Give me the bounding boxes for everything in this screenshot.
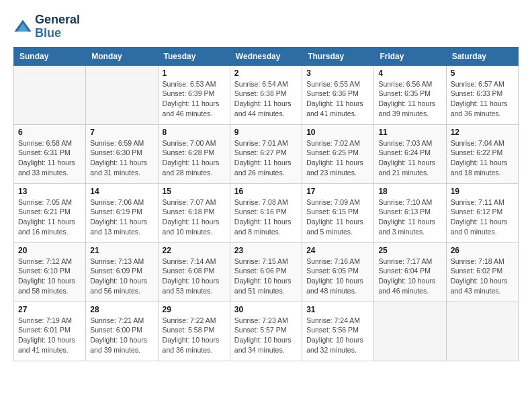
col-header-saturday: Saturday [446, 47, 518, 65]
day-number: 30 [234, 305, 298, 314]
week-row-1: 1Sunrise: 6:53 AMSunset: 6:39 PMDaylight… [14, 65, 519, 124]
day-cell: 8Sunrise: 7:00 AMSunset: 6:28 PMDaylight… [158, 124, 230, 183]
day-number: 10 [306, 128, 369, 137]
day-info: Sunrise: 6:59 AMSunset: 6:30 PMDaylight:… [90, 138, 153, 178]
day-info: Sunrise: 7:11 AMSunset: 6:12 PMDaylight:… [451, 197, 514, 237]
day-info: Sunrise: 6:57 AMSunset: 6:33 PMDaylight:… [451, 79, 514, 119]
col-header-friday: Friday [374, 47, 446, 65]
col-header-sunday: Sunday [14, 47, 86, 65]
day-info: Sunrise: 7:08 AMSunset: 6:16 PMDaylight:… [234, 197, 298, 237]
day-info: Sunrise: 7:07 AMSunset: 6:18 PMDaylight:… [163, 197, 226, 237]
day-number: 19 [451, 187, 514, 196]
day-info: Sunrise: 7:09 AMSunset: 6:15 PMDaylight:… [306, 197, 369, 237]
day-cell [14, 65, 86, 124]
day-info: Sunrise: 7:02 AMSunset: 6:25 PMDaylight:… [306, 138, 369, 178]
day-info: Sunrise: 6:55 AMSunset: 6:36 PMDaylight:… [306, 79, 369, 119]
day-cell: 27Sunrise: 7:19 AMSunset: 6:01 PMDayligh… [14, 302, 86, 361]
day-cell [86, 65, 158, 124]
day-info: Sunrise: 7:23 AMSunset: 5:57 PMDaylight:… [234, 316, 298, 355]
header-row: SundayMondayTuesdayWednesdayThursdayFrid… [14, 47, 519, 65]
week-row-4: 20Sunrise: 7:12 AMSunset: 6:10 PMDayligh… [14, 242, 519, 302]
day-cell [374, 302, 446, 361]
day-number: 5 [451, 68, 514, 78]
day-info: Sunrise: 7:03 AMSunset: 6:24 PMDaylight:… [378, 138, 441, 178]
day-number: 16 [234, 187, 298, 196]
day-number: 9 [234, 128, 298, 137]
day-number: 27 [18, 305, 81, 314]
day-number: 7 [90, 128, 153, 137]
day-info: Sunrise: 7:01 AMSunset: 6:27 PMDaylight:… [234, 138, 298, 178]
day-cell: 7Sunrise: 6:59 AMSunset: 6:30 PMDaylight… [86, 124, 158, 183]
day-info: Sunrise: 7:22 AMSunset: 5:58 PMDaylight:… [163, 316, 226, 355]
day-info: Sunrise: 7:00 AMSunset: 6:28 PMDaylight:… [163, 138, 226, 178]
day-cell: 4Sunrise: 6:56 AMSunset: 6:35 PMDaylight… [374, 65, 446, 124]
day-info: Sunrise: 7:17 AMSunset: 6:04 PMDaylight:… [378, 257, 441, 296]
day-info: Sunrise: 7:10 AMSunset: 6:13 PMDaylight:… [378, 197, 441, 237]
day-info: Sunrise: 7:16 AMSunset: 6:05 PMDaylight:… [306, 257, 369, 296]
day-cell: 24Sunrise: 7:16 AMSunset: 6:05 PMDayligh… [302, 242, 374, 302]
logo: General Blue [13, 13, 80, 40]
day-info: Sunrise: 7:15 AMSunset: 6:06 PMDaylight:… [234, 257, 298, 296]
day-cell [446, 302, 518, 361]
day-number: 17 [306, 187, 369, 196]
day-number: 31 [306, 305, 369, 314]
day-cell: 9Sunrise: 7:01 AMSunset: 6:27 PMDaylight… [230, 124, 302, 183]
day-number: 1 [163, 68, 226, 78]
day-number: 29 [163, 305, 226, 314]
day-number: 11 [378, 128, 441, 137]
day-info: Sunrise: 7:19 AMSunset: 6:01 PMDaylight:… [18, 316, 81, 355]
day-info: Sunrise: 7:21 AMSunset: 6:00 PMDaylight:… [90, 316, 153, 355]
day-cell: 2Sunrise: 6:54 AMSunset: 6:38 PMDaylight… [230, 65, 302, 124]
day-number: 28 [90, 305, 153, 314]
day-cell: 22Sunrise: 7:14 AMSunset: 6:08 PMDayligh… [158, 242, 230, 302]
day-cell: 26Sunrise: 7:18 AMSunset: 6:02 PMDayligh… [446, 242, 518, 302]
day-cell: 15Sunrise: 7:07 AMSunset: 6:18 PMDayligh… [158, 183, 230, 242]
day-number: 26 [451, 246, 514, 255]
day-cell: 30Sunrise: 7:23 AMSunset: 5:57 PMDayligh… [230, 302, 302, 361]
day-cell: 28Sunrise: 7:21 AMSunset: 6:00 PMDayligh… [86, 302, 158, 361]
day-number: 25 [378, 246, 441, 255]
col-header-wednesday: Wednesday [230, 47, 302, 65]
day-number: 4 [378, 68, 441, 78]
day-number: 8 [163, 128, 226, 137]
day-number: 15 [163, 187, 226, 196]
day-number: 24 [306, 246, 369, 255]
day-number: 20 [18, 246, 81, 255]
day-number: 22 [163, 246, 226, 255]
day-cell: 18Sunrise: 7:10 AMSunset: 6:13 PMDayligh… [374, 183, 446, 242]
day-cell: 5Sunrise: 6:57 AMSunset: 6:33 PMDaylight… [446, 65, 518, 124]
day-info: Sunrise: 7:05 AMSunset: 6:21 PMDaylight:… [18, 197, 81, 237]
day-number: 3 [306, 68, 369, 78]
day-cell: 11Sunrise: 7:03 AMSunset: 6:24 PMDayligh… [374, 124, 446, 183]
col-header-monday: Monday [86, 47, 158, 65]
day-info: Sunrise: 7:12 AMSunset: 6:10 PMDaylight:… [18, 257, 81, 296]
day-number: 12 [451, 128, 514, 137]
day-info: Sunrise: 7:06 AMSunset: 6:19 PMDaylight:… [90, 197, 153, 237]
col-header-thursday: Thursday [302, 47, 374, 65]
day-cell: 6Sunrise: 6:58 AMSunset: 6:31 PMDaylight… [14, 124, 86, 183]
day-number: 18 [378, 187, 441, 196]
logo-icon [13, 17, 32, 36]
day-number: 23 [234, 246, 298, 255]
col-header-tuesday: Tuesday [158, 47, 230, 65]
day-info: Sunrise: 7:14 AMSunset: 6:08 PMDaylight:… [163, 257, 226, 296]
day-cell: 13Sunrise: 7:05 AMSunset: 6:21 PMDayligh… [14, 183, 86, 242]
day-cell: 25Sunrise: 7:17 AMSunset: 6:04 PMDayligh… [374, 242, 446, 302]
day-cell: 1Sunrise: 6:53 AMSunset: 6:39 PMDaylight… [158, 65, 230, 124]
day-cell: 21Sunrise: 7:13 AMSunset: 6:09 PMDayligh… [86, 242, 158, 302]
day-cell: 14Sunrise: 7:06 AMSunset: 6:19 PMDayligh… [86, 183, 158, 242]
day-number: 2 [234, 68, 298, 78]
day-cell: 17Sunrise: 7:09 AMSunset: 6:15 PMDayligh… [302, 183, 374, 242]
day-info: Sunrise: 6:53 AMSunset: 6:39 PMDaylight:… [163, 79, 226, 119]
day-number: 21 [90, 246, 153, 255]
day-info: Sunrise: 7:18 AMSunset: 6:02 PMDaylight:… [451, 257, 514, 296]
day-info: Sunrise: 7:13 AMSunset: 6:09 PMDaylight:… [90, 257, 153, 296]
day-cell: 23Sunrise: 7:15 AMSunset: 6:06 PMDayligh… [230, 242, 302, 302]
day-info: Sunrise: 6:56 AMSunset: 6:35 PMDaylight:… [378, 79, 441, 119]
header: General Blue [13, 13, 519, 40]
week-row-5: 27Sunrise: 7:19 AMSunset: 6:01 PMDayligh… [14, 302, 519, 361]
day-cell: 12Sunrise: 7:04 AMSunset: 6:22 PMDayligh… [446, 124, 518, 183]
day-cell: 10Sunrise: 7:02 AMSunset: 6:25 PMDayligh… [302, 124, 374, 183]
calendar-table: SundayMondayTuesdayWednesdayThursdayFrid… [13, 47, 519, 361]
day-cell: 29Sunrise: 7:22 AMSunset: 5:58 PMDayligh… [158, 302, 230, 361]
